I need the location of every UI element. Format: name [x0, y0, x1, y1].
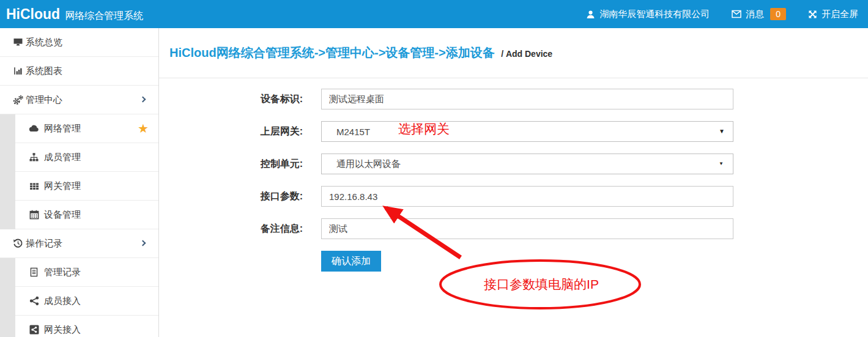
sidebar-item-gateway-access[interactable]: 网关接入	[15, 316, 158, 337]
sidebar-item-operation-records[interactable]: 操作记录	[0, 229, 158, 258]
page-header: HiCloud网络综合管理系统->管理中心->设备管理->添加设备 / Add …	[159, 28, 868, 78]
remarks-label: 备注信息:	[159, 223, 303, 235]
form-row-upper-gateway: 上层网关: M2415T ▼	[159, 121, 868, 142]
sidebar-item-label: 成员接入	[44, 295, 81, 307]
sidebar-item-network-management[interactable]: 网络管理 ★	[15, 114, 158, 143]
company-menu[interactable]: 湖南华辰智通科技有限公司	[586, 9, 710, 20]
upper-gateway-label: 上层网关:	[159, 125, 303, 138]
company-name: 湖南华辰智通科技有限公司	[599, 9, 710, 20]
sidebar: 系统总览 系统图表 管理中心 网络管理 ★	[0, 28, 159, 337]
sidebar-item-label: 网关接入	[44, 324, 81, 336]
caret-down-icon: ▼	[719, 128, 725, 135]
control-unit-select[interactable]: 通用以太网设备 ▼	[321, 154, 733, 174]
records-submenu: 管理记录 成员接入 网关接入	[0, 258, 158, 337]
interface-params-input[interactable]	[321, 186, 733, 207]
interface-params-label: 接口参数:	[159, 190, 303, 203]
confirm-add-button[interactable]: 确认添加	[321, 251, 381, 272]
brand-name: HiCloud	[6, 6, 60, 23]
sidebar-item-label: 系统图表	[26, 65, 62, 77]
form-row-remarks: 备注信息:	[159, 218, 868, 239]
expand-icon	[808, 10, 817, 19]
messages-label: 消息	[746, 9, 764, 20]
sidebar-item-member-access[interactable]: 成员接入	[15, 287, 158, 316]
envelope-icon	[732, 10, 741, 18]
brand-subtitle: 网络综合管理系统	[65, 10, 143, 23]
sidebar-item-management-records[interactable]: 管理记录	[15, 258, 158, 287]
history-icon	[13, 239, 23, 249]
chevron-right-icon	[140, 96, 146, 102]
sidebar-item-label: 管理中心	[26, 94, 62, 106]
sidebar-item-label: 系统总览	[26, 37, 62, 48]
chevron-right-icon	[140, 240, 146, 246]
sidebar-item-gateway-management[interactable]: 网关管理	[15, 172, 158, 201]
breadcrumb-suffix: / Add Device	[501, 49, 552, 59]
upper-gateway-select[interactable]: M2415T ▼	[321, 121, 733, 142]
sidebar-item-label: 操作记录	[26, 238, 62, 250]
add-device-form: 设备标识: 上层网关: M2415T ▼ 控制单元: 通用以太网设备 ▼ 接口参…	[159, 78, 868, 272]
sidebar-item-device-management[interactable]: 设备管理	[15, 201, 158, 229]
document-icon	[29, 267, 39, 278]
sidebar-item-management-center[interactable]: 管理中心	[0, 86, 158, 114]
caret-down-icon: ▼	[719, 161, 724, 166]
sidebar-item-label: 网络管理	[44, 123, 81, 135]
grid-icon	[29, 181, 39, 191]
form-row-interface-params: 接口参数:	[159, 186, 868, 207]
main-content: HiCloud网络综合管理系统->管理中心->设备管理->添加设备 / Add …	[159, 28, 868, 337]
control-unit-value: 通用以太网设备	[336, 158, 401, 170]
favorite-star-icon[interactable]: ★	[138, 122, 149, 135]
fullscreen-toggle[interactable]: 开启全屏	[808, 9, 858, 20]
sidebar-item-label: 管理记录	[44, 267, 81, 278]
management-submenu: 网络管理 ★ 成员管理 网关管理 设备管理	[0, 114, 158, 229]
sidebar-item-label: 成员管理	[44, 152, 81, 163]
control-unit-label: 控制单元:	[159, 158, 303, 171]
breadcrumb: HiCloud网络综合管理系统->管理中心->设备管理->添加设备	[169, 46, 495, 59]
form-row-control-unit: 控制单元: 通用以太网设备 ▼	[159, 154, 868, 174]
bar-chart-icon	[13, 66, 23, 76]
sidebar-item-system-charts[interactable]: 系统图表	[0, 57, 158, 86]
app-brand: HiCloud 网络综合管理系统	[6, 6, 143, 23]
calendar-icon	[29, 210, 39, 220]
sidebar-item-label: 网关管理	[44, 180, 81, 192]
gears-icon	[13, 95, 23, 105]
form-row-device-id: 设备标识:	[159, 89, 868, 109]
topbar: HiCloud 网络综合管理系统 湖南华辰智通科技有限公司 消息 0 开启全屏	[0, 0, 868, 28]
sidebar-item-label: 设备管理	[44, 209, 81, 221]
fullscreen-label: 开启全屏	[822, 9, 858, 20]
sitemap-icon	[29, 152, 39, 163]
share-square-icon	[29, 325, 39, 335]
upper-gateway-value: M2415T	[336, 127, 370, 137]
messages-menu[interactable]: 消息 0	[732, 8, 786, 20]
cloud-icon	[29, 124, 39, 134]
remarks-input[interactable]	[321, 218, 733, 239]
desktop-icon	[13, 37, 23, 48]
share-icon	[29, 296, 39, 306]
sidebar-item-system-overview[interactable]: 系统总览	[0, 28, 158, 57]
user-icon	[586, 10, 595, 19]
device-id-label: 设备标识:	[159, 93, 303, 106]
device-id-input[interactable]	[321, 89, 733, 109]
sidebar-item-member-management[interactable]: 成员管理	[15, 143, 158, 172]
messages-count-badge: 0	[770, 8, 786, 20]
